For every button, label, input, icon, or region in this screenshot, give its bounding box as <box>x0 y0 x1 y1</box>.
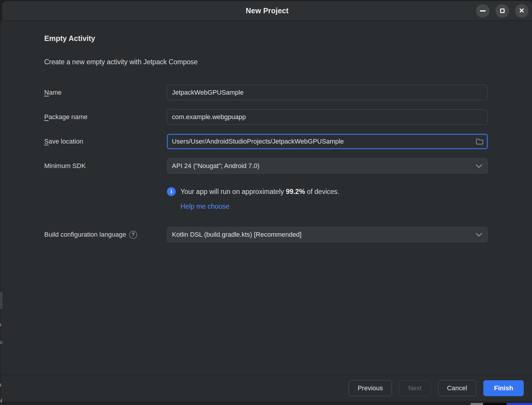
save-label-mnemonic: S <box>44 138 49 145</box>
background-fragment: N <box>0 397 2 404</box>
dialog-footer: Previous Next Cancel Finish <box>2 375 532 401</box>
name-field-cell <box>167 85 488 100</box>
package-input[interactable] <box>167 109 488 125</box>
dialog-content: Empty Activity Create a new empty activi… <box>2 21 532 375</box>
background-fragment: a <box>0 381 1 388</box>
maximize-icon <box>500 9 505 13</box>
help-icon[interactable]: ? <box>129 231 137 239</box>
folder-icon <box>476 138 484 145</box>
help-me-choose-link[interactable]: Help me choose <box>180 203 229 210</box>
name-input[interactable] <box>167 85 488 100</box>
info-icon: i <box>167 187 176 196</box>
build-config-label: Build configuration language <box>44 231 126 238</box>
sdk-info-line: i Your app will run on approximately 99.… <box>167 187 488 196</box>
package-label-mnemonic: P <box>44 113 49 121</box>
new-project-dialog: New Project ✕ Empty Activity Create a ne… <box>2 1 532 401</box>
background-fragment <box>507 403 532 405</box>
browse-folder-button[interactable] <box>476 138 484 145</box>
save-label-rest: ave location <box>49 138 83 145</box>
minimize-button[interactable] <box>476 4 490 18</box>
window-controls: ✕ <box>476 4 528 18</box>
background-fragment: e/ <box>0 339 2 345</box>
build-config-label-group: Build configuration language ? <box>44 231 167 239</box>
dialog-title: New Project <box>246 6 288 15</box>
package-label-rest: ackage name <box>49 113 88 121</box>
background-scrollbar-fragment <box>0 292 2 309</box>
package-row: Package name <box>44 109 488 125</box>
previous-button[interactable]: Previous <box>349 380 392 396</box>
name-label: Name <box>44 89 167 96</box>
name-label-rest: ame <box>49 89 62 96</box>
project-form: Name Package name Save location <box>44 85 488 174</box>
minimize-icon <box>480 10 486 11</box>
next-button[interactable]: Next <box>399 380 431 396</box>
build-config-selected-value: Kotlin DSL (build.gradle.kts) [Recommend… <box>172 231 476 238</box>
name-row: Name <box>44 85 488 100</box>
minsdk-dropdown[interactable]: API 24 ("Nougat"; Android 7.0) <box>167 158 488 174</box>
cancel-button[interactable]: Cancel <box>438 380 476 396</box>
package-label: Package name <box>44 113 167 121</box>
save-location-label: Save location <box>44 138 167 145</box>
background-bottom-strip <box>2 401 532 405</box>
build-config-dropdown[interactable]: Kotlin DSL (build.gradle.kts) [Recommend… <box>167 227 488 242</box>
chevron-down-icon <box>476 233 482 237</box>
chevron-down-icon <box>476 164 482 168</box>
dialog-titlebar[interactable]: New Project ✕ <box>2 1 532 21</box>
close-button[interactable]: ✕ <box>515 4 528 18</box>
sdk-info-percent: 99.2% <box>286 188 305 195</box>
save-location-row: Save location <box>44 134 488 149</box>
save-location-input[interactable] <box>167 134 488 149</box>
minsdk-selected-value: API 24 ("Nougat"; Android 7.0) <box>172 162 476 170</box>
background-fragment <box>483 403 507 405</box>
background-edge-strip: u e/ a N <box>0 21 2 405</box>
minsdk-row: Minimum SDK API 24 ("Nougat"; Android 7.… <box>44 158 488 174</box>
maximize-button[interactable] <box>495 4 509 18</box>
background-fragment: u <box>0 321 1 328</box>
package-field-cell <box>167 109 488 125</box>
page-subtitle: Create a new empty activity with Jetpack… <box>44 58 488 66</box>
minsdk-label: Minimum SDK <box>44 162 167 170</box>
finish-button[interactable]: Finish <box>483 380 524 396</box>
save-location-field-cell <box>167 134 488 149</box>
build-config-field-cell: Kotlin DSL (build.gradle.kts) [Recommend… <box>167 227 488 242</box>
sdk-info-suffix: of devices. <box>305 188 339 195</box>
close-icon: ✕ <box>519 7 524 14</box>
sdk-info-block: i Your app will run on approximately 99.… <box>44 187 488 210</box>
name-label-mnemonic: N <box>44 89 49 96</box>
build-config-row: Build configuration language ? Kotlin DS… <box>44 227 488 242</box>
page-title: Empty Activity <box>44 34 488 43</box>
sdk-info-text: Your app will run on approximately 99.2%… <box>180 188 339 196</box>
minsdk-field-cell: API 24 ("Nougat"; Android 7.0) <box>167 158 488 174</box>
sdk-info-prefix: Your app will run on approximately <box>180 188 286 195</box>
background-fragment <box>471 403 483 405</box>
